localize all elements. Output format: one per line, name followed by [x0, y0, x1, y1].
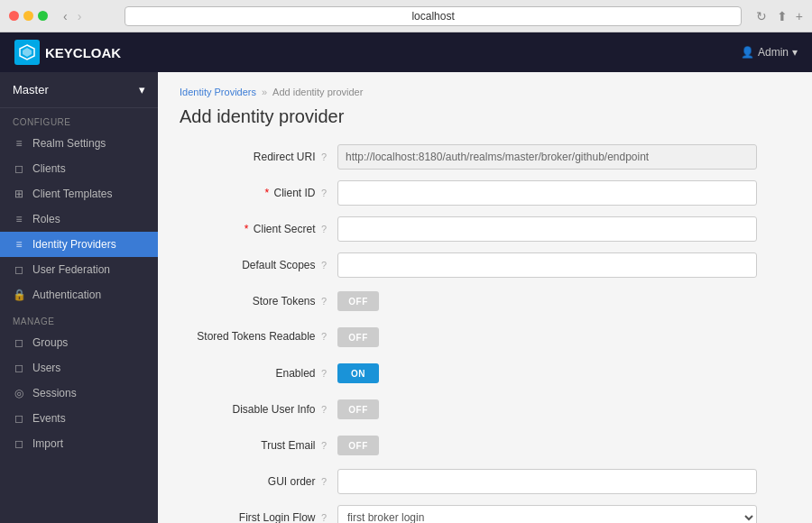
identity-providers-icon: ≡ [13, 238, 25, 251]
trust-email-toggle-slider: OFF [337, 436, 379, 455]
logo: KEYCLOAK [14, 40, 121, 65]
realm-settings-icon: ≡ [13, 137, 25, 150]
first-login-flow-help-icon[interactable]: ? [321, 512, 327, 523]
sidebar-item-user-federation[interactable]: ◻ User Federation [0, 257, 158, 282]
configure-section-label: Configure [0, 108, 158, 131]
trust-email-row: Trust Email ? OFF [180, 432, 757, 459]
default-scopes-help-icon[interactable]: ? [321, 260, 327, 271]
gui-order-label: GUI order ? [180, 474, 337, 490]
groups-icon: ◻ [13, 336, 25, 349]
sidebar-item-label: Roles [32, 213, 60, 225]
gui-order-row: GUI order ? [180, 468, 757, 495]
address-text: localhost [411, 10, 454, 23]
page-title: Add identity provider [180, 106, 790, 127]
nav-buttons: ‹ › [60, 7, 85, 25]
sidebar-item-label: Clients [32, 162, 66, 175]
disable-user-info-toggle[interactable]: OFF [337, 399, 379, 419]
sidebar-item-sessions[interactable]: ◎ Sessions [0, 381, 158, 406]
trust-email-toggle[interactable]: OFF [337, 436, 379, 455]
sidebar-item-users[interactable]: ◻ Users [0, 355, 158, 381]
disable-user-info-label: Disable User Info ? [180, 402, 337, 417]
sidebar-item-label: Identity Providers [32, 238, 116, 251]
content-area: Identity Providers » Add identity provid… [158, 72, 812, 523]
sidebar-item-label: Groups [32, 336, 68, 349]
admin-chevron: ▾ [792, 46, 798, 59]
realm-selector[interactable]: Master ▾ [0, 72, 158, 108]
traffic-lights [9, 11, 48, 21]
address-bar[interactable]: localhost [125, 6, 741, 26]
sidebar-item-identity-providers[interactable]: ≡ Identity Providers [0, 232, 158, 257]
sidebar-item-label: Realm Settings [32, 137, 106, 150]
users-icon: ◻ [13, 362, 25, 374]
redirect-uri-row: Redirect URI ? [180, 143, 757, 170]
reload-icon[interactable]: ↻ [756, 9, 767, 23]
disable-user-info-help-icon[interactable]: ? [321, 404, 327, 415]
sessions-icon: ◎ [13, 387, 25, 399]
enabled-toggle[interactable]: ON [337, 363, 379, 383]
breadcrumb-current: Add identity provider [272, 87, 363, 97]
client-secret-input[interactable] [337, 216, 757, 242]
sidebar-item-realm-settings[interactable]: ≡ Realm Settings [0, 131, 158, 156]
authentication-icon: 🔒 [13, 289, 25, 301]
admin-menu[interactable]: 👤 Admin ▾ [741, 46, 798, 59]
stored-tokens-readable-row: Stored Tokens Readable ? OFF [180, 324, 757, 351]
sidebar-item-import[interactable]: ◻ Import [0, 431, 158, 456]
enabled-help-icon[interactable]: ? [321, 368, 327, 379]
share-icon[interactable]: ⬆ [777, 9, 788, 23]
forward-button[interactable]: › [74, 7, 86, 25]
back-button[interactable]: ‹ [60, 7, 71, 25]
sidebar-item-clients[interactable]: ◻ Clients [0, 156, 158, 181]
store-tokens-label: Store Tokens ? [180, 294, 337, 309]
minimize-button[interactable] [23, 11, 33, 21]
gui-order-help-icon[interactable]: ? [321, 476, 327, 487]
sidebar-item-authentication[interactable]: 🔒 Authentication [0, 282, 158, 307]
trust-email-help-icon[interactable]: ? [321, 440, 327, 451]
app: KEYCLOAK 👤 Admin ▾ Master ▾ Configure ≡ … [0, 32, 812, 523]
enabled-toggle-container: ON [337, 363, 379, 383]
default-scopes-input[interactable] [337, 252, 757, 278]
roles-icon: ≡ [13, 213, 25, 225]
main-layout: Master ▾ Configure ≡ Realm Settings ◻ Cl… [0, 72, 812, 523]
stored-tokens-readable-toggle[interactable]: OFF [337, 327, 379, 347]
disable-user-info-toggle-slider: OFF [337, 399, 379, 419]
sidebar-item-label: Users [32, 362, 60, 374]
first-login-flow-select[interactable]: first broker login browser direct grant … [337, 505, 757, 523]
store-tokens-help-icon[interactable]: ? [321, 296, 327, 307]
breadcrumb-link[interactable]: Identity Providers [180, 87, 256, 97]
redirect-uri-help-icon[interactable]: ? [321, 151, 327, 162]
client-secret-help-icon[interactable]: ? [321, 224, 327, 234]
client-id-row: * Client ID ? [180, 179, 757, 206]
sidebar-item-groups[interactable]: ◻ Groups [0, 330, 158, 355]
stored-tokens-readable-toggle-container: OFF [337, 327, 379, 347]
default-scopes-row: Default Scopes ? [180, 252, 757, 279]
store-tokens-row: Store Tokens ? OFF [180, 288, 757, 315]
trust-email-toggle-container: OFF [337, 436, 379, 455]
sidebar-item-label: Client Templates [32, 188, 113, 200]
client-id-input[interactable] [337, 180, 757, 206]
client-id-label: * Client ID ? [180, 186, 337, 201]
disable-user-info-toggle-container: OFF [337, 399, 379, 419]
client-secret-label: * Client Secret ? [180, 222, 337, 237]
realm-chevron: ▾ [139, 83, 145, 96]
client-id-help-icon[interactable]: ? [321, 188, 327, 198]
manage-section-label: Manage [0, 307, 158, 330]
stored-tokens-readable-help-icon[interactable]: ? [321, 331, 327, 342]
close-button[interactable] [9, 11, 19, 21]
add-tab-icon[interactable]: + [796, 9, 803, 23]
trust-email-label: Trust Email ? [180, 438, 337, 454]
sidebar-item-client-templates[interactable]: ⊞ Client Templates [0, 181, 158, 206]
import-icon: ◻ [13, 437, 25, 450]
sidebar-item-label: Events [32, 412, 66, 425]
sidebar-item-events[interactable]: ◻ Events [0, 406, 158, 431]
redirect-uri-label: Redirect URI ? [180, 150, 337, 165]
client-templates-icon: ⊞ [13, 188, 25, 200]
svg-marker-1 [23, 48, 32, 57]
sidebar-item-label: Sessions [32, 387, 77, 399]
maximize-button[interactable] [38, 11, 48, 21]
gui-order-input[interactable] [337, 469, 757, 494]
sidebar-item-roles[interactable]: ≡ Roles [0, 206, 158, 232]
enabled-toggle-slider: ON [337, 363, 379, 383]
store-tokens-toggle-slider: OFF [337, 291, 379, 311]
enabled-label: Enabled ? [180, 366, 337, 381]
store-tokens-toggle[interactable]: OFF [337, 291, 379, 311]
